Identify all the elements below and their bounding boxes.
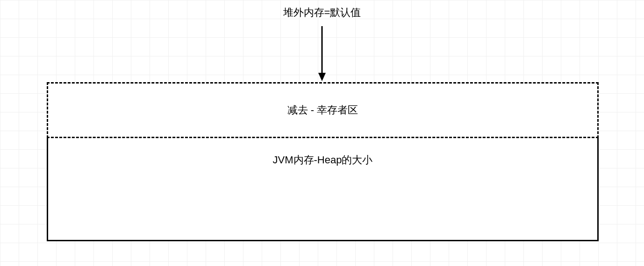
svg-marker-1 <box>318 73 326 81</box>
heap-label: JVM内存-Heap的大小 <box>47 140 599 167</box>
survivor-label: 减去 - 幸存者区 <box>287 103 358 117</box>
diagram-title: 堆外内存=默认值 <box>283 6 361 20</box>
arrow-down-icon <box>317 26 327 81</box>
survivor-box: 减去 - 幸存者区 <box>47 82 599 138</box>
